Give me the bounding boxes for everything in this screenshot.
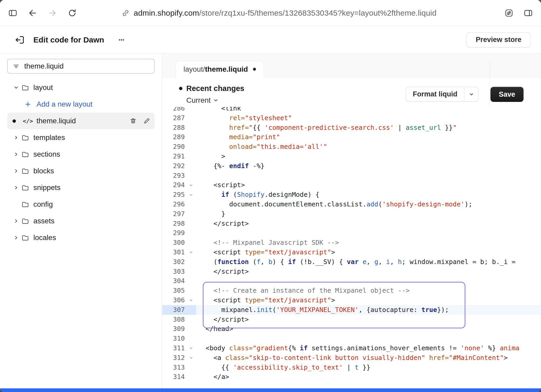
fold-chevron-icon[interactable] xyxy=(186,344,196,353)
version-selector[interactable]: Current xyxy=(186,96,218,105)
code-line[interactable]: 305 <!-- Create an instance of the Mixpa… xyxy=(162,286,541,296)
sidebar-item-add-a-new-layout[interactable]: Add a new layout xyxy=(7,96,155,113)
line-number[interactable]: 292 xyxy=(162,161,186,171)
preview-store-button[interactable]: Preview store xyxy=(466,32,531,47)
line-number[interactable]: 313 xyxy=(162,363,186,372)
save-button[interactable]: Save xyxy=(490,87,524,102)
line-number[interactable]: 302 xyxy=(162,257,186,267)
sidebar-item-templates[interactable]: templates xyxy=(7,129,155,146)
sidebar-item-locales[interactable]: locales xyxy=(7,229,155,246)
line-number[interactable]: 294 xyxy=(162,180,186,190)
line-number[interactable]: 293 xyxy=(162,171,186,181)
line-number[interactable]: 307 xyxy=(162,305,186,315)
sidebar-item-sections[interactable]: sections xyxy=(7,146,155,163)
fold-chevron-icon[interactable] xyxy=(186,180,196,190)
address-bar[interactable]: admin.shopify.com/store/rzq1xu-f5/themes… xyxy=(121,0,437,26)
sidebar-item-assets[interactable]: assets xyxy=(7,213,155,229)
chevron-right-icon[interactable] xyxy=(11,217,21,225)
code-line[interactable]: 314 </a> xyxy=(162,372,541,382)
code-line[interactable]: 308 </script> xyxy=(162,315,541,324)
fold-chevron-icon[interactable] xyxy=(186,353,196,363)
sidebar-item-snippets[interactable]: snippets xyxy=(7,179,155,196)
line-number[interactable]: 304 xyxy=(162,276,186,286)
trash-icon[interactable] xyxy=(128,116,138,126)
code-line[interactable]: 310 xyxy=(162,334,541,344)
line-number[interactable]: 299 xyxy=(162,228,186,238)
reload-icon[interactable] xyxy=(66,7,78,19)
line-number[interactable]: 300 xyxy=(162,238,186,248)
line-number[interactable]: 298 xyxy=(162,219,186,229)
code-line[interactable]: 303 </script> xyxy=(162,267,541,277)
pencil-icon[interactable] xyxy=(142,116,151,126)
file-search-input[interactable] xyxy=(24,62,150,70)
format-options-chevron[interactable] xyxy=(464,87,478,101)
line-number[interactable]: 290 xyxy=(162,142,186,152)
forward-icon[interactable] xyxy=(46,7,58,19)
code-line[interactable]: 307 mixpanel.init('YOUR_MIXPANEL_TOKEN',… xyxy=(162,305,541,315)
line-number[interactable]: 305 xyxy=(162,286,186,296)
sidebar-item-layout[interactable]: layout xyxy=(7,79,155,96)
code-line[interactable]: 304 xyxy=(162,276,541,286)
code-line[interactable]: 291 > xyxy=(162,152,541,161)
code-line[interactable]: 300 <!-- Mixpanel Javascript SDK --> xyxy=(162,238,541,248)
code-line[interactable]: 294 <script> xyxy=(162,180,541,190)
line-number[interactable]: 312 xyxy=(162,353,186,363)
code-line[interactable]: 309 </head> xyxy=(162,324,541,334)
format-liquid-button[interactable]: Format liquid xyxy=(406,87,478,102)
code-line[interactable]: 311 <body class="gradient{% if settings.… xyxy=(162,344,541,353)
code-line[interactable]: 289 media="print" xyxy=(162,132,541,142)
code-line[interactable]: 287 rel="stylesheet" xyxy=(162,113,541,123)
code-line[interactable]: 297 } xyxy=(162,209,541,219)
line-number[interactable]: 309 xyxy=(162,324,186,334)
code-line[interactable]: 313 {{ 'accessibility.skip_to_text' | t … xyxy=(162,363,541,372)
line-number[interactable]: 287 xyxy=(162,113,186,123)
code-line[interactable]: 292 {%- endif -%} xyxy=(162,161,541,171)
line-number[interactable]: 306 xyxy=(162,296,186,305)
code-line[interactable]: 298 </script> xyxy=(162,219,541,229)
code-line[interactable]: 288 href="{{ 'component-predictive-searc… xyxy=(162,123,541,133)
line-number[interactable]: 314 xyxy=(162,372,186,382)
panel-toggle-icon[interactable] xyxy=(522,7,534,19)
line-number[interactable]: 296 xyxy=(162,200,186,209)
chevron-right-icon[interactable] xyxy=(11,134,21,141)
sidebar-toggle-icon[interactable] xyxy=(7,7,19,19)
sidebar-item-theme-liquid[interactable]: </>theme.liquid xyxy=(7,113,155,129)
code-editor[interactable]: 286 <link287 rel="stylesheet"288 href="{… xyxy=(162,107,541,388)
code-line[interactable]: 301 <script type="text/javascript"> xyxy=(162,248,541,257)
sidebar-item-blocks[interactable]: blocks xyxy=(7,163,155,179)
code-line[interactable]: 306 <script type="text/javascript"> xyxy=(162,296,541,305)
line-number[interactable]: 286 xyxy=(162,107,186,113)
chevron-right-icon[interactable] xyxy=(11,234,21,241)
line-number[interactable]: 297 xyxy=(162,209,186,219)
line-number[interactable]: 288 xyxy=(162,123,186,133)
code-line[interactable]: 302 (function (f, b) { if (!b.__SV) { va… xyxy=(162,257,541,267)
tab-layout-theme-liquid[interactable]: layout/theme.liquid xyxy=(175,61,264,77)
code-line[interactable]: 290 onload="this.media='all'" xyxy=(162,142,541,152)
code-line[interactable]: 299 xyxy=(162,228,541,238)
exit-code-editor-button[interactable] xyxy=(14,34,26,46)
fold-chevron-icon[interactable] xyxy=(186,296,196,305)
line-number[interactable]: 289 xyxy=(162,132,186,142)
line-number[interactable]: 303 xyxy=(162,267,186,277)
fold-chevron-icon[interactable] xyxy=(186,248,196,257)
code-line[interactable]: 293 xyxy=(162,171,541,181)
fold-chevron-icon[interactable] xyxy=(186,190,196,200)
code-line[interactable]: 296 document.documentElement.classList.a… xyxy=(162,200,541,209)
more-options-button[interactable] xyxy=(116,34,127,46)
chevron-right-icon[interactable] xyxy=(11,167,21,175)
code-line[interactable]: 312 <a class="skip-to-content-link butto… xyxy=(162,353,541,363)
line-number[interactable]: 308 xyxy=(162,315,186,324)
chevron-right-icon[interactable] xyxy=(11,151,21,158)
code-line[interactable]: 286 <link xyxy=(162,107,541,113)
back-icon[interactable] xyxy=(27,7,39,19)
chevron-down-icon[interactable] xyxy=(11,84,21,91)
line-number[interactable]: 291 xyxy=(162,152,186,161)
line-number[interactable]: 311 xyxy=(162,344,186,353)
extensions-icon[interactable] xyxy=(503,7,515,19)
chevron-right-icon[interactable] xyxy=(11,184,21,191)
line-number[interactable]: 295 xyxy=(162,190,186,200)
line-number[interactable]: 310 xyxy=(162,334,186,344)
code-line[interactable]: 295 if (Shopify.designMode) { xyxy=(162,190,541,200)
line-number[interactable]: 301 xyxy=(162,248,186,257)
sidebar-item-config[interactable]: config xyxy=(7,196,155,213)
